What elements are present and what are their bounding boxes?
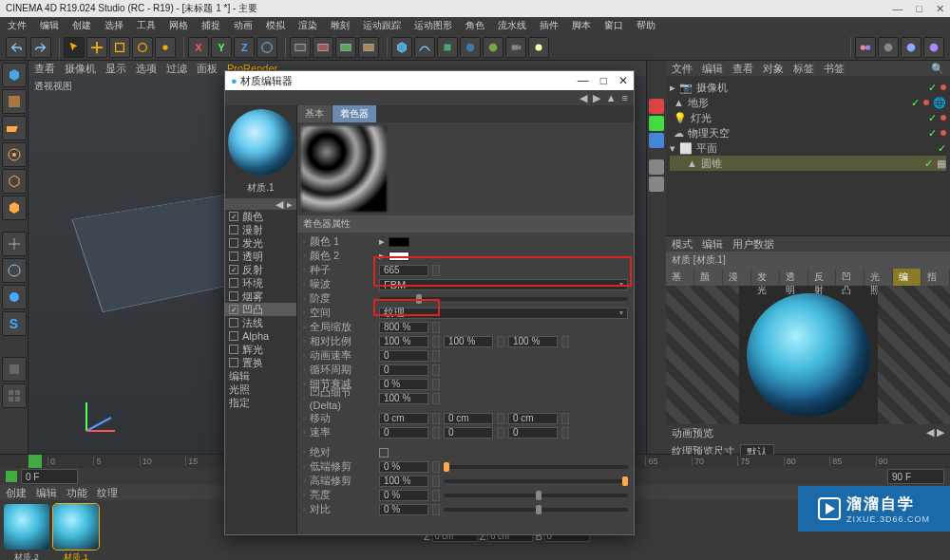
channel-checkbox[interactable] — [229, 238, 238, 248]
viewport-tab[interactable]: 摄像机 — [65, 62, 96, 76]
attr-subtab[interactable]: 光照 — [864, 269, 892, 286]
menu-item[interactable]: 网格 — [169, 19, 188, 32]
spinner[interactable] — [432, 322, 440, 333]
objpanel-tab[interactable]: 编辑 — [702, 62, 723, 76]
attr-tab[interactable]: 模式 — [672, 237, 693, 252]
global-scale-field[interactable]: 800 % — [379, 322, 428, 333]
channel-row[interactable]: 光照 — [225, 383, 296, 396]
menu-item[interactable]: 创建 — [72, 19, 91, 32]
channel-row[interactable]: 指定 — [225, 396, 296, 409]
low-slider[interactable] — [444, 465, 628, 469]
menu-item[interactable]: 运动图形 — [414, 19, 452, 32]
search-icon[interactable]: 🔍 — [931, 63, 944, 75]
select-tool[interactable] — [64, 37, 85, 58]
channel-row[interactable]: 法线 — [225, 316, 296, 329]
noise-select[interactable]: FBM▾ — [379, 279, 628, 290]
deformer-button[interactable] — [460, 37, 481, 58]
channel-checkbox[interactable] — [229, 291, 238, 301]
soft-select-button[interactable] — [2, 285, 27, 309]
minimize-button[interactable]: — — [892, 3, 902, 15]
menu-item[interactable]: 文件 — [8, 19, 27, 32]
maximize-button[interactable]: □ — [916, 3, 922, 15]
primitive-button[interactable] — [391, 37, 412, 58]
texture-mode-button[interactable] — [2, 89, 27, 114]
small-tool[interactable] — [649, 177, 664, 192]
attr-subtab[interactable]: 编辑 — [893, 269, 921, 286]
axis-z-button[interactable]: Z — [234, 37, 255, 58]
last-tool[interactable] — [155, 37, 176, 58]
layout4-button[interactable] — [923, 37, 944, 58]
menu-item[interactable]: 帮助 — [636, 19, 656, 32]
channel-row[interactable]: 凹凸 — [225, 303, 296, 316]
dialog-titlebar[interactable]: ● 材质编辑器 — □ ✕ — [225, 71, 634, 90]
menu-item[interactable]: 捕捉 — [201, 19, 220, 32]
attr-subtab[interactable]: 透明 — [780, 269, 808, 286]
attr-subtab[interactable]: 凹凸 — [836, 269, 864, 286]
workplane-button[interactable] — [2, 116, 27, 140]
menu-item[interactable]: 动画 — [234, 19, 253, 32]
material-thumb[interactable] — [4, 504, 49, 550]
attr-subtab[interactable]: 反射 — [808, 269, 836, 286]
viewport-tab[interactable]: 查看 — [34, 62, 55, 76]
channel-checkbox[interactable] — [229, 358, 238, 367]
channel-row[interactable]: 透明 — [225, 250, 296, 263]
objpanel-tab[interactable]: 对象 — [763, 62, 784, 76]
coord-system-button[interactable] — [256, 37, 277, 58]
environment-button[interactable] — [483, 37, 504, 58]
matbar-tab[interactable]: 创建 — [6, 486, 27, 500]
edge-mode-button[interactable] — [2, 169, 27, 194]
enable-axis-button[interactable] — [2, 232, 27, 256]
render-region-button[interactable] — [313, 37, 333, 58]
nav-back-icon[interactable]: ◀ — [580, 92, 587, 104]
object-row[interactable]: ☁物理天空✓ — [670, 125, 946, 140]
channel-row[interactable]: 辉光 — [225, 343, 296, 356]
snap-button[interactable] — [2, 258, 27, 283]
channel-checkbox[interactable] — [229, 225, 238, 234]
viewport-tab[interactable]: 显示 — [105, 62, 126, 76]
menu-item[interactable]: 工具 — [137, 19, 156, 32]
high-slider[interactable] — [444, 479, 628, 483]
spinner[interactable] — [432, 265, 440, 276]
arrow-icon[interactable]: ▸ — [287, 198, 293, 210]
object-row[interactable]: ▾⬜平面✓ — [670, 140, 946, 156]
channel-row[interactable]: 环境 — [225, 276, 296, 289]
attr-subtab[interactable]: 漫射 — [723, 269, 750, 286]
dialog-maximize-button[interactable]: □ — [600, 74, 607, 87]
object-row[interactable]: ▲地形✓🌐 — [670, 95, 946, 110]
rotate-tool[interactable] — [132, 37, 153, 58]
menu-item[interactable]: 插件 — [540, 19, 559, 32]
layout-button[interactable] — [855, 37, 876, 58]
object-row[interactable]: 💡灯光✓ — [670, 110, 946, 125]
menu-item[interactable]: 编辑 — [40, 19, 59, 32]
point-mode-button[interactable] — [2, 142, 27, 167]
channel-row[interactable]: 反射 — [225, 263, 296, 276]
layout2-button[interactable] — [878, 37, 899, 58]
attr-subtab[interactable]: 发光 — [751, 269, 779, 286]
attr-subtab[interactable]: 基本 — [666, 269, 694, 286]
dialog-tab[interactable]: 着色器 — [332, 105, 376, 122]
object-row[interactable]: ▸📷摄像机✓ — [670, 80, 946, 95]
space-select[interactable]: 纹理▾ — [379, 308, 628, 319]
end-frame-field[interactable]: 90 F — [887, 469, 944, 484]
generator-button[interactable] — [437, 37, 458, 58]
current-frame-field[interactable]: 0 F — [21, 469, 78, 484]
menu-item[interactable]: 角色 — [466, 19, 484, 32]
lock-icon[interactable]: ◀ — [276, 198, 283, 210]
viewport-button[interactable] — [2, 383, 27, 408]
channel-checkbox[interactable] — [229, 331, 238, 341]
channel-checkbox[interactable] — [229, 345, 238, 354]
menu-item[interactable]: 雕刻 — [331, 19, 350, 32]
nav-up-icon[interactable]: ▲ — [606, 92, 617, 103]
channel-checkbox[interactable] — [229, 252, 238, 261]
viewport-tab[interactable]: 过滤 — [166, 62, 187, 76]
color-swatch[interactable] — [389, 252, 409, 261]
move-tool[interactable] — [86, 37, 107, 58]
channel-checkbox[interactable] — [229, 212, 238, 221]
dialog-material-name[interactable]: 材质.1 — [225, 181, 296, 195]
menu-item[interactable]: 窗口 — [604, 19, 623, 32]
undo-button[interactable] — [6, 37, 27, 58]
playhead-icon[interactable] — [28, 455, 42, 468]
viewport-solo-button[interactable] — [2, 357, 27, 382]
abs-checkbox[interactable] — [379, 448, 389, 457]
camera-button[interactable] — [505, 37, 526, 58]
